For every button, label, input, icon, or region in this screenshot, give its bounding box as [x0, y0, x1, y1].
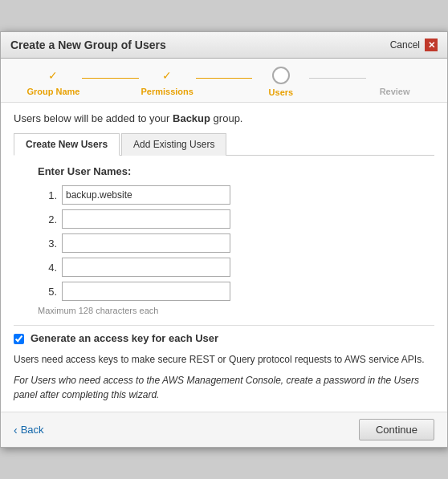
row-number-5: 5.: [38, 286, 57, 298]
modal-container: Create a New Group of Users Cancel ✕ ✓ G…: [0, 31, 448, 448]
modal-header: Create a New Group of Users Cancel ✕: [1, 32, 447, 59]
user-input-4[interactable]: [62, 258, 230, 277]
row-number-2: 2.: [38, 213, 57, 225]
user-row-3: 3.: [38, 233, 434, 253]
step-label-users: Users: [269, 87, 294, 97]
step-label-group-name: Group Name: [26, 87, 79, 96]
user-row-5: 5.: [38, 282, 434, 301]
user-inputs-container: 1. 2. 3. 4. 5.: [14, 185, 434, 301]
section-label: Enter User Names:: [14, 165, 434, 177]
step-line-1: [82, 78, 139, 79]
user-row-4: 4.: [38, 258, 434, 277]
input-hint: Maximum 128 characters each: [14, 306, 434, 315]
tab-create-new-users[interactable]: Create New Users: [14, 133, 120, 156]
access-key-label: Generate an access key for each User: [31, 332, 218, 344]
back-label: Back: [21, 424, 44, 436]
continue-button[interactable]: Continue: [359, 419, 434, 440]
user-input-3[interactable]: [62, 233, 230, 253]
group-info: Users below will be added to your Backup…: [14, 112, 434, 124]
group-info-suffix: group.: [214, 112, 243, 124]
step-line-3: [309, 78, 366, 79]
step-users: Users: [252, 67, 309, 97]
step-icon-review: [387, 67, 403, 83]
step-group-name: ✓ Group Name: [25, 67, 82, 96]
step-icon-group-name: ✓: [45, 67, 61, 83]
user-row-2: 2.: [38, 209, 434, 229]
access-key-info-text: Users need access keys to make secure RE…: [14, 352, 434, 367]
step-permissions: ✓ Permissions: [139, 67, 196, 96]
step-line-2: [196, 78, 253, 79]
row-number-3: 3.: [38, 237, 57, 250]
group-info-prefix: Users below will be added to your: [14, 112, 169, 124]
user-input-2[interactable]: [62, 209, 230, 229]
close-button[interactable]: ✕: [425, 39, 438, 51]
step-label-permissions: Permissions: [141, 87, 193, 96]
back-link[interactable]: ‹ Back: [14, 424, 44, 436]
group-name-highlight: Backup: [173, 112, 210, 124]
user-row-1: 1.: [38, 185, 434, 205]
modal-body: Users below will be added to your Backup…: [1, 103, 447, 412]
modal-footer: ‹ Back Continue: [1, 412, 447, 447]
access-key-info-italic: For Users who need access to the AWS Man…: [14, 373, 434, 402]
back-arrow-icon: ‹: [14, 424, 18, 436]
tab-add-existing-users[interactable]: Add Existing Users: [121, 133, 226, 156]
row-number-1: 1.: [38, 189, 57, 201]
step-review: Review: [366, 67, 423, 96]
row-number-4: 4.: [38, 262, 57, 274]
cancel-link[interactable]: Cancel: [390, 39, 420, 51]
user-input-5[interactable]: [62, 282, 230, 301]
step-icon-permissions: ✓: [159, 67, 175, 83]
step-icon-users: [272, 67, 290, 84]
tab-bar: Create New Users Add Existing Users: [14, 132, 434, 156]
modal-title: Create a New Group of Users: [10, 39, 166, 51]
divider: [14, 325, 434, 326]
user-input-1[interactable]: [62, 185, 230, 205]
wizard-steps: ✓ Group Name ✓ Permissions Users Review: [1, 59, 447, 103]
step-label-review: Review: [380, 87, 410, 96]
access-key-section: Generate an access key for each User: [14, 332, 434, 344]
access-key-checkbox[interactable]: [14, 334, 24, 344]
